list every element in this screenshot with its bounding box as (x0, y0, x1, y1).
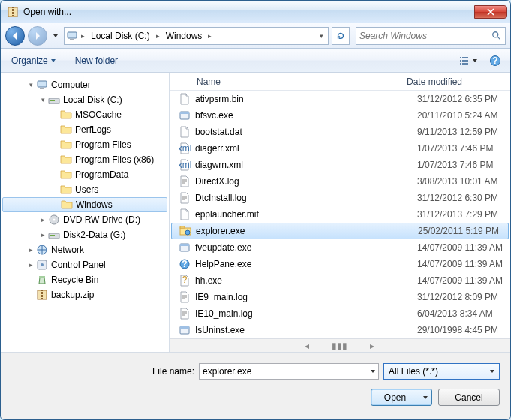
file-date: 1/07/2013 7:46 PM (417, 143, 510, 154)
filter-label: All Files (*.*) (389, 366, 490, 376)
search-box[interactable] (356, 27, 506, 45)
close-button[interactable] (474, 5, 507, 19)
file-row[interactable]: diagwrn.xml1/07/2013 7:46 PM (170, 157, 510, 173)
breadcrumb-segment[interactable]: Local Disk (C:) (88, 28, 153, 44)
expand-toggle-icon[interactable]: ▸ (38, 216, 47, 224)
file-row[interactable]: bfsvc.exe20/11/2010 5:24 AM (170, 107, 510, 124)
help-icon (179, 258, 191, 270)
new-folder-label: New folder (75, 56, 118, 66)
views-icon (458, 55, 470, 67)
file-row[interactable]: IE10_main.log6/04/2013 8:34 AM (170, 305, 510, 322)
file-date: 25/02/2011 5:19 PM (418, 226, 508, 236)
chevron-right-icon[interactable]: ▸ (206, 32, 213, 40)
filename-field[interactable] (199, 363, 379, 380)
tree-item[interactable]: ▾Local Disk (C:) (2, 92, 167, 107)
tree-item[interactable]: ▸Network (2, 242, 167, 257)
dvd-icon (48, 214, 60, 226)
file-row[interactable]: IE9_main.log31/12/2012 8:09 PM (170, 289, 510, 305)
column-name[interactable]: Name (197, 76, 407, 87)
tree-item[interactable]: backup.zip (2, 287, 167, 302)
search-input[interactable] (359, 31, 491, 41)
file-row[interactable]: HelpPane.exe14/07/2009 11:39 AM (170, 256, 510, 272)
network-icon (36, 244, 48, 256)
file-row[interactable]: explorer.exe25/02/2011 5:19 PM (171, 223, 509, 239)
app-icon (7, 6, 19, 18)
drive-icon (48, 94, 60, 106)
tree-item-label: Computer (51, 80, 91, 90)
file-row[interactable]: fveupdate.exe14/07/2009 11:39 AM (170, 239, 510, 256)
expand-toggle-icon[interactable]: ▾ (38, 96, 47, 104)
file-row[interactable]: hh.exe14/07/2009 11:39 AM (170, 272, 510, 289)
file-row[interactable]: epplauncher.mif31/12/2013 7:29 PM (170, 206, 510, 223)
breadcrumb[interactable]: ▸ Local Disk (C:) ▸ Windows ▸ ▾ (64, 27, 329, 45)
tree-item[interactable]: ProgramData (2, 167, 167, 182)
breadcrumb-segment[interactable]: Windows (163, 28, 206, 44)
file-date: 14/07/2009 11:39 AM (417, 259, 510, 269)
views-button[interactable] (453, 52, 482, 69)
refresh-button[interactable] (332, 27, 350, 45)
tree-item[interactable]: ▸Control Panel (2, 257, 167, 272)
file-row[interactable]: IsUninst.exe29/10/1998 4:45 PM (170, 322, 510, 338)
window-title: Open with... (23, 7, 475, 17)
chevron-down-icon (51, 59, 56, 62)
column-date[interactable]: Date modified (407, 76, 510, 87)
filename-label: File name: (152, 366, 194, 376)
expand-toggle-icon[interactable]: ▸ (26, 261, 35, 268)
file-list[interactable]: ativpsrm.bin31/12/2012 6:35 PMbfsvc.exe2… (170, 91, 510, 338)
tree-item[interactable]: PerfLogs (2, 122, 167, 137)
file-date: 31/12/2012 6:35 PM (417, 94, 510, 104)
file-name: bfsvc.exe (195, 110, 417, 121)
file-row[interactable]: diagerr.xml1/07/2013 7:46 PM (170, 140, 510, 157)
expand-toggle-icon[interactable]: ▾ (26, 81, 35, 88)
search-icon (491, 31, 502, 41)
hh-icon (179, 274, 191, 286)
filename-input[interactable] (203, 366, 371, 376)
expand-toggle-icon[interactable]: ▸ (38, 231, 47, 238)
file-row[interactable]: DtcInstall.log31/12/2012 6:30 PM (170, 190, 510, 206)
tree-item[interactable]: Program Files (2, 137, 167, 152)
expand-toggle-icon[interactable]: ▸ (26, 246, 35, 254)
file-row[interactable]: bootstat.dat9/11/2013 12:59 PM (170, 124, 510, 140)
new-folder-button[interactable]: New folder (71, 53, 122, 68)
file-name: IE9_main.log (195, 292, 417, 302)
tree-item[interactable]: Windows (2, 197, 167, 212)
chevron-down-icon[interactable] (371, 370, 375, 373)
tree-item[interactable]: ▸Disk2-Data (G:) (2, 227, 167, 242)
txt-icon (179, 291, 191, 303)
tree-item[interactable]: ▾Computer (2, 77, 167, 92)
navbar: ▸ Local Disk (C:) ▸ Windows ▸ ▾ (1, 23, 510, 49)
chevron-down-icon[interactable]: ▾ (318, 32, 326, 40)
column-header[interactable]: Name Date modified (170, 73, 510, 91)
file-row[interactable]: ativpsrm.bin31/12/2012 6:35 PM (170, 91, 510, 107)
file-name: IsUninst.exe (195, 325, 417, 335)
tree-item[interactable]: Users (2, 182, 167, 197)
tree-item[interactable]: Recycle Bin (2, 272, 167, 287)
back-button[interactable] (5, 26, 25, 46)
chevron-right-icon[interactable]: ▸ (155, 32, 161, 40)
folder-tree[interactable]: ▾Computer▾Local Disk (C:)MSOCachePerfLog… (1, 73, 170, 352)
xml-icon (179, 142, 191, 154)
arrow-left-icon (11, 32, 20, 40)
folder-icon (60, 139, 72, 151)
open-dropdown[interactable] (419, 396, 431, 399)
forward-button[interactable] (28, 26, 47, 46)
nav-history-button[interactable] (50, 28, 61, 44)
cancel-button[interactable]: Cancel (438, 388, 500, 406)
tree-item[interactable]: Program Files (x86) (2, 152, 167, 167)
computer-icon (36, 79, 48, 91)
titlebar: Open with... (1, 1, 510, 23)
folder-icon (61, 199, 73, 211)
explorer-icon (179, 225, 191, 237)
chevron-right-icon[interactable]: ▸ (80, 32, 86, 40)
organize-button[interactable]: Organize (7, 53, 60, 68)
tree-item-label: Users (75, 184, 98, 195)
horizontal-scrollbar[interactable]: ◂ ▮▮▮ ▸ (170, 338, 510, 352)
tree-item[interactable]: ▸DVD RW Drive (D:) (2, 212, 167, 227)
file-row[interactable]: DirectX.log3/08/2013 10:01 AM (170, 173, 510, 190)
open-dialog: Open with... ▸ Local Disk (C:) ▸ Windows… (0, 0, 511, 420)
open-button[interactable]: Open (371, 388, 432, 406)
file-name: diagwrn.xml (195, 160, 417, 170)
help-button[interactable] (486, 52, 504, 69)
filetype-filter[interactable]: All Files (*.*) (383, 363, 500, 380)
tree-item[interactable]: MSOCache (2, 107, 167, 122)
